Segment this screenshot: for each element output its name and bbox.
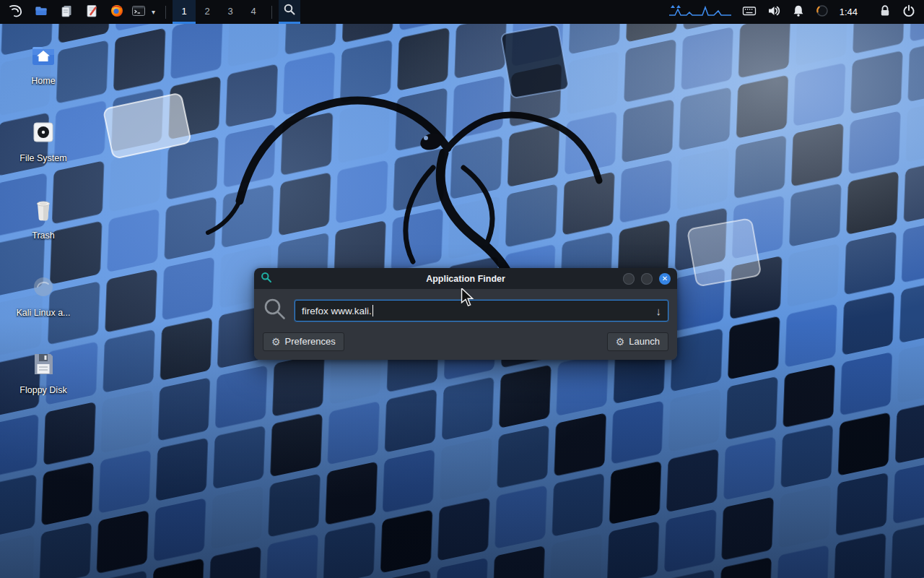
power-icon [902,4,915,20]
gear-icon: ⚙ [271,337,281,347]
file-manager-icon [34,4,48,21]
bell-icon [792,4,805,20]
desktop-icon-kali-linux[interactable]: Kali Linux a... [6,272,81,318]
lock-icon [879,4,892,20]
workspace-1[interactable]: 1 [173,0,196,24]
lock-screen-button[interactable] [879,4,892,20]
search-icon [263,297,287,324]
workspace-4[interactable]: 4 [242,0,265,24]
workspace-3[interactable]: 3 [219,0,242,24]
terminal-dropdown-chevron[interactable]: ▾ [148,0,159,24]
combo-arrow-icon[interactable]: ↓ [656,305,662,317]
close-button[interactable]: ✕ [659,273,671,285]
application-finder-window: Application Finder ✕ firefox www.kali. ↓ [254,268,677,360]
files-icon [59,4,74,21]
launch-button[interactable]: ⚙ Launch [607,332,668,351]
desktop-icon-label: Kali Linux a... [16,308,70,318]
system-monitor-graph[interactable] [669,3,731,22]
workspace-2[interactable]: 2 [196,0,219,24]
window-titlebar[interactable]: Application Finder ✕ [254,268,677,289]
desktop-icon-home[interactable]: Home [6,40,81,86]
keyboard-indicator[interactable] [742,4,757,20]
volume-control[interactable] [767,4,781,20]
status-indicator[interactable] [816,4,829,20]
desktop-icon-label: Trash [32,230,55,241]
files-launcher[interactable] [53,0,79,24]
kali-docs-icon [29,272,58,304]
search-input-value: firefox www.kali. [302,306,372,316]
close-icon: ✕ [662,275,668,282]
window-title: Application Finder [254,274,677,284]
trash-icon [29,195,58,227]
maximize-button[interactable] [641,273,653,285]
desktop-icon-label: Floppy Disk [19,385,66,395]
text-editor-launcher[interactable] [79,0,104,24]
status-circle-icon [816,4,829,20]
launch-icon: ⚙ [616,337,625,347]
desktop-icon-floppy-disk[interactable]: Floppy Disk [6,350,81,395]
volume-icon [767,4,781,20]
desktop-icon-file-system[interactable]: File System [6,118,81,163]
firefox-launcher[interactable] [104,0,129,24]
notifications[interactable] [792,4,805,20]
text-editor-icon [84,4,99,21]
file-system-icon [29,118,58,150]
desktop-icon-label: Home [31,76,55,86]
search-input[interactable]: firefox www.kali. ↓ [295,300,668,322]
kali-menu-button[interactable] [3,0,28,24]
system-monitor-icon [669,3,731,22]
terminal-launcher[interactable] [129,0,148,24]
dialog-body: firefox www.kali. ↓ ⚙ Preferences ⚙ Laun… [254,289,677,360]
preferences-button[interactable]: ⚙ Preferences [263,332,344,351]
home-folder-icon [29,40,58,72]
floppy-icon [29,350,58,381]
panel-separator [271,6,272,19]
keyboard-icon [742,4,757,20]
launch-button-label: Launch [629,336,660,347]
clock[interactable]: 1:44 [840,7,858,17]
file-manager-launcher[interactable] [28,0,53,24]
minimize-button[interactable] [623,273,635,285]
taskbar-item-application-finder[interactable] [279,0,300,24]
top-panel: ▾ 1 2 3 4 [0,0,924,24]
panel-separator [165,6,166,19]
terminal-icon [131,4,146,21]
appfinder-taskbar-icon [283,3,296,19]
firefox-icon [110,4,124,21]
desktop-icon-trash[interactable]: Trash [6,195,81,241]
desktop-icon-label: File System [19,153,66,163]
kali-logo-icon [8,3,24,22]
text-caret [372,305,373,316]
chevron-down-icon: ▾ [152,8,155,16]
logout-button[interactable] [902,4,915,20]
preferences-button-label: Preferences [285,336,336,347]
